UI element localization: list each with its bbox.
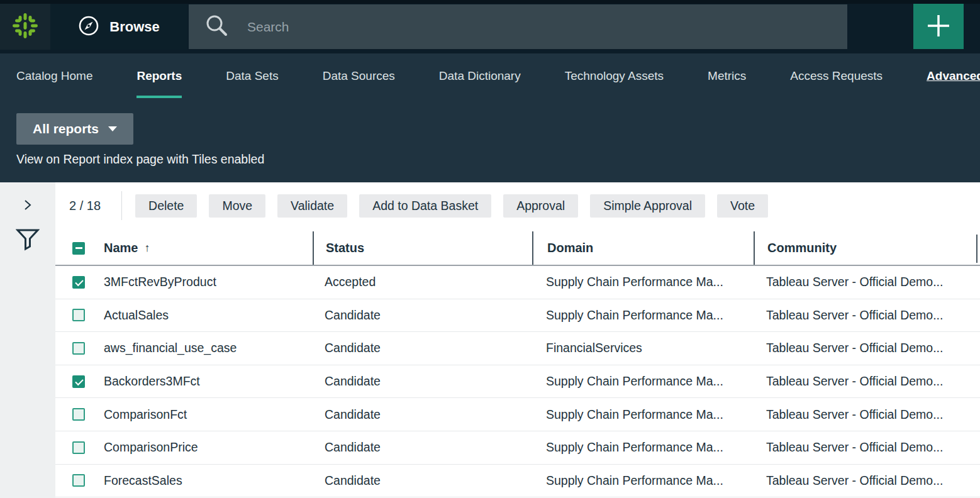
global-search bbox=[189, 4, 847, 49]
cell-community: Tableau Server - Official Demo... bbox=[754, 308, 980, 323]
header-checkbox-cell bbox=[72, 242, 85, 255]
content-area: 2 / 18 Delete Move Validate Add to Data … bbox=[0, 182, 980, 498]
cell-name: ActualSales bbox=[104, 308, 313, 323]
filter-button[interactable] bbox=[15, 228, 40, 253]
tab-data-dictionary[interactable]: Data Dictionary bbox=[439, 53, 521, 98]
search-input[interactable] bbox=[247, 19, 750, 35]
tab-reports[interactable]: Reports bbox=[136, 53, 182, 98]
table-row[interactable]: ForecastSales Candidate Supply Chain Per… bbox=[55, 465, 980, 498]
column-header-status[interactable]: Status bbox=[313, 231, 532, 265]
table-header-row: Name ↑ Status Domain Community bbox=[55, 231, 980, 266]
row-checkbox[interactable] bbox=[72, 276, 85, 289]
table-row[interactable]: ComparisonPrice Candidate Supply Chain P… bbox=[55, 431, 980, 465]
row-checkbox[interactable] bbox=[72, 342, 85, 355]
catalog-app: Browse Catalog Home Reports Data Set bbox=[0, 0, 980, 498]
filter-sidebar bbox=[0, 182, 55, 498]
cell-domain: Supply Chain Performance Ma... bbox=[532, 308, 754, 323]
row-checkbox[interactable] bbox=[72, 441, 85, 454]
catalog-nav: Catalog Home Reports Data Sets Data Sour… bbox=[0, 53, 980, 98]
tab-access-requests[interactable]: Access Requests bbox=[790, 53, 883, 98]
asset-table-panel: 2 / 18 Delete Move Validate Add to Data … bbox=[55, 182, 980, 498]
compass-icon bbox=[78, 15, 99, 39]
cell-domain: Supply Chain Performance Ma... bbox=[532, 374, 754, 389]
cell-community: Tableau Server - Official Demo... bbox=[754, 473, 980, 488]
tab-advanced[interactable]: Advanced bbox=[927, 53, 980, 98]
sort-ascending-icon: ↑ bbox=[144, 241, 150, 255]
cell-community: Tableau Server - Official Demo... bbox=[754, 275, 980, 289]
toolbar-buttons: Delete Move Validate Add to Data Basket … bbox=[135, 194, 768, 218]
filter-icon bbox=[16, 228, 40, 253]
cell-name: ForecastSales bbox=[104, 473, 313, 488]
selection-count: 2 / 18 bbox=[69, 199, 101, 213]
column-header-domain[interactable]: Domain bbox=[532, 231, 754, 265]
tab-data-sources[interactable]: Data Sources bbox=[323, 53, 395, 98]
create-asset-button[interactable] bbox=[913, 4, 964, 49]
add-to-data-basket-button[interactable]: Add to Data Basket bbox=[359, 194, 491, 218]
row-checkbox[interactable] bbox=[72, 474, 85, 487]
cell-domain: Supply Chain Performance Ma... bbox=[532, 473, 754, 488]
cell-domain: Supply Chain Performance Ma... bbox=[532, 440, 754, 455]
cell-name: ComparisonPrice bbox=[104, 440, 313, 455]
tab-data-sets[interactable]: Data Sets bbox=[226, 53, 278, 98]
toolbar-divider bbox=[121, 191, 122, 220]
tab-technology-assets[interactable]: Technology Assets bbox=[565, 53, 664, 98]
vote-button[interactable]: Vote bbox=[717, 194, 768, 218]
simple-approval-button[interactable]: Simple Approval bbox=[590, 194, 705, 218]
cell-name: ComparisonFct bbox=[104, 407, 313, 422]
select-all-checkbox[interactable] bbox=[72, 242, 85, 255]
column-header-community[interactable]: Community bbox=[754, 231, 980, 265]
plus-icon bbox=[925, 13, 952, 41]
collibra-logo-icon bbox=[11, 11, 40, 43]
cell-status: Accepted bbox=[313, 275, 532, 289]
approval-button[interactable]: Approval bbox=[503, 194, 578, 218]
cell-community: Tableau Server - Official Demo... bbox=[754, 341, 980, 355]
cell-name: Backorders3MFct bbox=[104, 374, 313, 389]
column-divider bbox=[976, 235, 977, 263]
cell-community: Tableau Server - Official Demo... bbox=[754, 407, 980, 422]
app-logo[interactable] bbox=[0, 4, 50, 50]
cell-domain: Supply Chain Performance Ma... bbox=[532, 407, 754, 422]
table-row[interactable]: ActualSales Candidate Supply Chain Perfo… bbox=[55, 299, 980, 333]
chevron-down-icon bbox=[108, 126, 117, 131]
expand-sidebar-button[interactable] bbox=[15, 193, 40, 218]
all-reports-dropdown[interactable]: All reports bbox=[16, 113, 133, 145]
report-view-header: All reports View on Report index page wi… bbox=[0, 98, 980, 182]
search-icon bbox=[204, 13, 230, 41]
cell-domain: FinancialServices bbox=[532, 341, 754, 355]
view-description: View on Report index page with Tiles ena… bbox=[16, 152, 264, 167]
reports-table: Name ↑ Status Domain Community 3MFctRevB… bbox=[55, 231, 980, 497]
cell-status: Candidate bbox=[313, 407, 532, 422]
table-row[interactable]: 3MFctRevByProduct Accepted Supply Chain … bbox=[55, 266, 980, 299]
validate-button[interactable]: Validate bbox=[277, 194, 347, 218]
cell-community: Tableau Server - Official Demo... bbox=[754, 374, 980, 389]
table-row[interactable]: ComparisonFct Candidate Supply Chain Per… bbox=[55, 398, 980, 431]
move-button[interactable]: Move bbox=[209, 194, 265, 218]
delete-button[interactable]: Delete bbox=[135, 194, 197, 218]
cell-domain: Supply Chain Performance Ma... bbox=[532, 275, 754, 289]
cell-status: Candidate bbox=[313, 440, 532, 455]
column-header-name[interactable]: Name ↑ bbox=[104, 231, 313, 265]
table-row[interactable]: Backorders3MFct Candidate Supply Chain P… bbox=[55, 365, 980, 399]
browse-button[interactable]: Browse bbox=[50, 4, 187, 50]
table-row[interactable]: aws_financial_use_case Candidate Financi… bbox=[55, 332, 980, 365]
cell-status: Candidate bbox=[313, 473, 532, 488]
top-bar: Browse bbox=[0, 0, 980, 53]
tab-catalog-home[interactable]: Catalog Home bbox=[16, 53, 92, 98]
bulk-actions-toolbar: 2 / 18 Delete Move Validate Add to Data … bbox=[55, 190, 768, 221]
row-checkbox[interactable] bbox=[72, 408, 85, 421]
cell-status: Candidate bbox=[313, 308, 532, 323]
cell-status: Candidate bbox=[313, 374, 532, 389]
cell-status: Candidate bbox=[313, 341, 532, 355]
row-checkbox[interactable] bbox=[72, 309, 85, 321]
name-column-label: Name bbox=[104, 241, 138, 255]
chevron-right-icon bbox=[23, 199, 33, 213]
cell-community: Tableau Server - Official Demo... bbox=[754, 440, 980, 455]
cell-name: 3MFctRevByProduct bbox=[104, 275, 313, 289]
browse-label: Browse bbox=[109, 19, 159, 35]
all-reports-label: All reports bbox=[33, 121, 99, 136]
row-checkbox[interactable] bbox=[72, 375, 85, 388]
cell-name: aws_financial_use_case bbox=[104, 341, 313, 355]
tab-metrics[interactable]: Metrics bbox=[708, 53, 746, 98]
